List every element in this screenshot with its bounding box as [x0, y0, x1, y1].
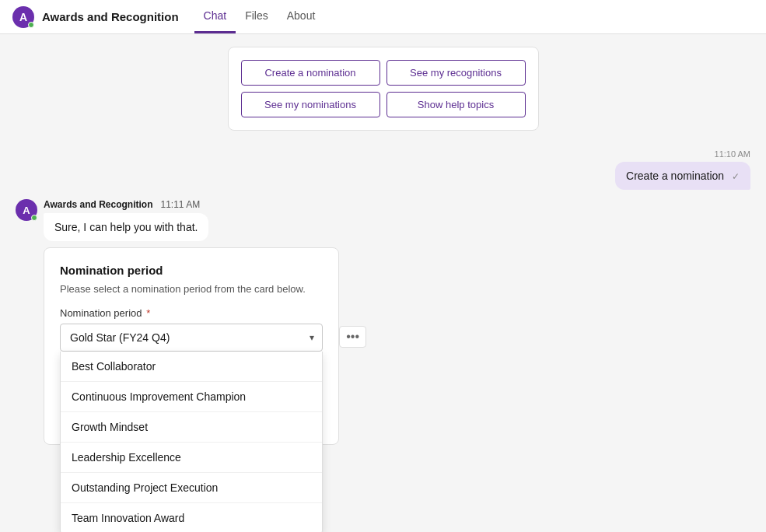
dropdown-selected-value[interactable]: Gold Star (FY24 Q4) ▾: [60, 324, 323, 352]
more-icon: •••: [346, 330, 359, 344]
tab-files[interactable]: Files: [236, 0, 278, 33]
quick-actions-card: Create a nomination See my recognitions …: [228, 47, 539, 131]
bot-status-dot: [31, 215, 37, 221]
bot-avatar: A: [16, 199, 37, 221]
user-message-timestamp: 11:10 AM: [715, 149, 750, 159]
messages-container: Create a nomination See my recognitions …: [0, 34, 766, 532]
btn-see-nominations[interactable]: See my nominations: [241, 92, 380, 117]
nav-tabs: Chat Files About: [194, 0, 325, 33]
bot-bubble: Sure, I can help you with that.: [44, 213, 208, 241]
bot-message-container: A Awards and Recognition 11:11 AM Sure, …: [0, 199, 766, 445]
required-marker: *: [146, 307, 150, 319]
dropdown-option-0[interactable]: Best Collaborator: [61, 352, 322, 382]
dropdown-option-1[interactable]: Continuous Improvement Champion: [61, 382, 322, 412]
bot-message-timestamp: 11:11 AM: [160, 199, 200, 210]
bot-sender-name: Awards and Recognition: [44, 199, 152, 210]
card-description: Please select a nomination period from t…: [60, 283, 323, 295]
bot-message-header: Awards and Recognition 11:11 AM: [44, 199, 339, 210]
user-bubble: Create a nomination ✓: [615, 162, 750, 190]
btn-see-recognitions[interactable]: See my recognitions: [386, 60, 526, 86]
top-navigation: A Awards and Recognition Chat Files Abou…: [0, 0, 766, 34]
bot-message-content: Awards and Recognition 11:11 AM Sure, I …: [44, 199, 339, 445]
app-icon: A: [12, 6, 34, 28]
card-title: Nomination period: [60, 264, 323, 277]
user-message-container: 11:10 AM Create a nomination ✓: [0, 149, 766, 190]
dropdown-option-3[interactable]: Leadership Excellence: [61, 443, 322, 473]
tab-chat[interactable]: Chat: [194, 0, 236, 33]
app-title: Awards and Recognition: [42, 10, 179, 23]
tab-about[interactable]: About: [278, 0, 325, 33]
field-label: Nomination period *: [60, 307, 323, 319]
message-checkmark: ✓: [732, 171, 740, 182]
dropdown-option-5[interactable]: Team Innovation Award: [61, 503, 322, 532]
dropdown-option-4[interactable]: Outstanding Project Execution: [61, 473, 322, 503]
btn-show-help[interactable]: Show help topics: [386, 92, 526, 117]
chat-area: Create a nomination See my recognitions …: [0, 34, 766, 532]
more-options-button[interactable]: •••: [339, 326, 366, 348]
dropdown-option-2[interactable]: Growth Mindset: [61, 412, 322, 443]
btn-create-nomination[interactable]: Create a nomination: [241, 60, 380, 86]
status-indicator: [28, 22, 34, 28]
quick-actions-wrapper: Create a nomination See my recognitions …: [0, 47, 766, 143]
chevron-down-icon: ▾: [310, 332, 314, 343]
nomination-card: Nomination period Please select a nomina…: [44, 247, 339, 445]
nomination-period-dropdown[interactable]: Gold Star (FY24 Q4) ▾ Best Collaborator …: [60, 324, 323, 352]
dropdown-options-list: Best Collaborator Continuous Improvement…: [60, 352, 323, 532]
